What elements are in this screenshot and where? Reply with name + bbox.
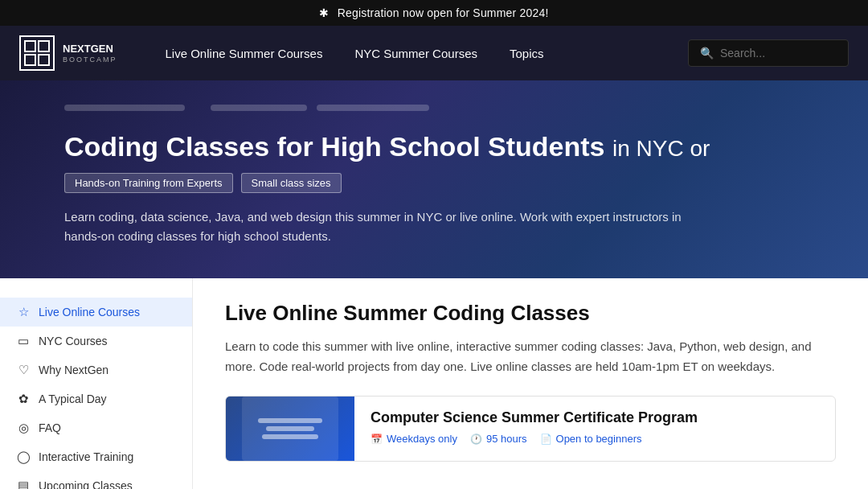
sidebar: ☆ Live Online Courses ▭ NYC Courses ♡ Wh… — [0, 278, 193, 489]
svg-rect-3 — [39, 55, 49, 65]
announcement-text: Registration now open for Summer 2024! — [338, 6, 549, 19]
search-input[interactable] — [720, 47, 833, 60]
hero-section: Coding Classes for High School Students … — [0, 80, 868, 278]
hero-tag-1: Hands-on Training from Experts — [64, 173, 233, 193]
calendar-icon: ▤ — [16, 479, 31, 489]
announcement-bar: ✱ Registration now open for Summer 2024! — [0, 0, 868, 26]
square-icon: ▭ — [16, 334, 31, 348]
sidebar-item-interactive-training[interactable]: ◯ Interactive Training — [0, 442, 192, 471]
course-image-inner — [242, 397, 338, 461]
content-area: Live Online Summer Coding Classes Learn … — [193, 278, 868, 489]
logo-subtext: BOOTCAMP — [63, 55, 117, 64]
course-card-body: Computer Science Summer Certificate Prog… — [371, 397, 835, 461]
nav-link-topics[interactable]: Topics — [493, 47, 560, 60]
sidebar-label-typical: A Typical Day — [39, 392, 107, 405]
search-box[interactable]: 🔍 — [688, 39, 849, 67]
meta-hours-text: 95 hours — [486, 433, 527, 445]
sidebar-label-why: Why NextGen — [39, 364, 108, 376]
announcement-icon: ✱ — [319, 6, 329, 19]
course-card[interactable]: Computer Science Summer Certificate Prog… — [225, 396, 836, 462]
nav-link-nyc[interactable]: NYC Summer Courses — [338, 47, 493, 60]
sidebar-item-upcoming-classes[interactable]: ▤ Upcoming Classes — [0, 471, 192, 489]
code-decoration-2 — [266, 426, 314, 431]
main-content: ☆ Live Online Courses ▭ NYC Courses ♡ Wh… — [0, 278, 868, 489]
hero-title-suffix: in NYC or — [612, 136, 710, 161]
logo[interactable]: NEXTGEN BOOTCAMP — [19, 35, 117, 71]
sidebar-label-upcoming: Upcoming Classes — [39, 479, 133, 489]
logo-icon — [19, 35, 55, 71]
sidebar-item-typical-day[interactable]: ✿ A Typical Day — [0, 384, 192, 413]
content-title: Live Online Summer Coding Classes — [225, 301, 836, 326]
content-description: Learn to code this summer with live onli… — [225, 337, 836, 377]
course-card-title: Computer Science Summer Certificate Prog… — [371, 409, 822, 426]
sidebar-label-interactive: Interactive Training — [39, 450, 133, 463]
svg-rect-1 — [39, 41, 49, 51]
hero-description: Learn coding, data science, Java, and we… — [64, 208, 691, 246]
sidebar-label-live-online: Live Online Courses — [39, 306, 140, 318]
navbar: NEXTGEN BOOTCAMP Live Online Summer Cour… — [0, 26, 868, 80]
nav-links: Live Online Summer Courses NYC Summer Co… — [149, 47, 688, 60]
sidebar-item-nyc-courses[interactable]: ▭ NYC Courses — [0, 327, 192, 355]
hero-pill-2 — [211, 105, 307, 111]
sidebar-item-faq[interactable]: ◎ FAQ — [0, 413, 192, 442]
hero-pill-1 — [64, 105, 185, 111]
sidebar-label-faq: FAQ — [39, 421, 61, 434]
meta-level: 📄 Open to beginners — [540, 433, 642, 445]
heart-icon: ♡ — [16, 363, 31, 377]
course-card-image — [226, 397, 354, 461]
hero-tags: Hands-on Training from Experts Small cla… — [64, 173, 804, 193]
target-icon: ◯ — [16, 450, 31, 464]
hero-title: Coding Classes for High School Students … — [64, 130, 804, 163]
meta-hours: 🕐 95 hours — [470, 433, 527, 445]
meta-level-text: Open to beginners — [556, 433, 642, 445]
clock-icon: 🕐 — [470, 434, 482, 445]
circle-icon: ◎ — [16, 421, 31, 435]
hero-pill-3 — [317, 105, 429, 111]
star-icon: ☆ — [16, 305, 31, 319]
meta-weekdays-text: Weekdays only — [387, 433, 457, 445]
hero-tag-2: Small class sizes — [241, 173, 342, 193]
meta-weekdays: 📅 Weekdays only — [371, 433, 457, 445]
sidebar-label-nyc: NYC Courses — [39, 335, 108, 347]
course-card-meta: 📅 Weekdays only 🕐 95 hours 📄 Open to beg… — [371, 433, 822, 445]
sidebar-item-why-nextgen[interactable]: ♡ Why NextGen — [0, 355, 192, 384]
logo-name: NEXTGEN — [63, 43, 117, 55]
code-decoration-1 — [258, 418, 322, 423]
svg-rect-0 — [25, 41, 35, 51]
hero-pills — [64, 105, 804, 111]
nav-link-live-online[interactable]: Live Online Summer Courses — [149, 47, 339, 60]
sun-icon: ✿ — [16, 392, 31, 406]
sidebar-item-live-online-courses[interactable]: ☆ Live Online Courses — [0, 298, 192, 327]
svg-rect-2 — [25, 55, 35, 65]
search-icon: 🔍 — [700, 47, 714, 60]
code-decoration-3 — [262, 434, 318, 439]
doc-icon: 📄 — [540, 434, 552, 445]
calendar-small-icon: 📅 — [371, 434, 383, 445]
